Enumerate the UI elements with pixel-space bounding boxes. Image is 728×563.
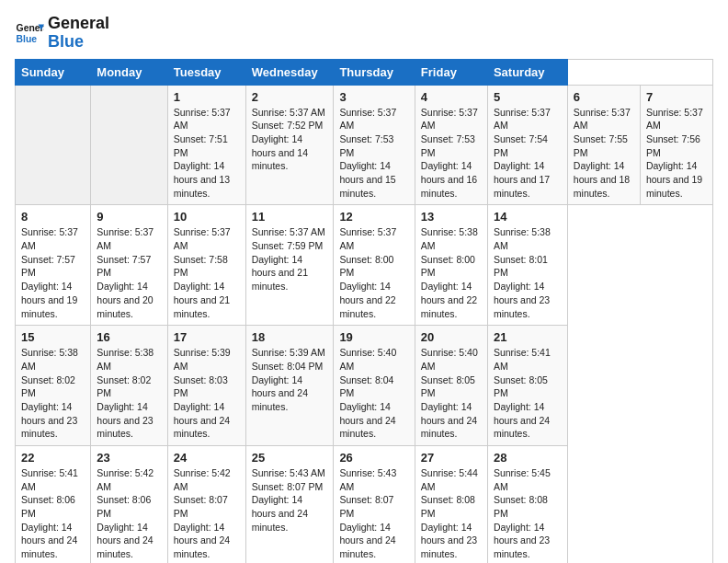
day-number: 17 bbox=[174, 330, 240, 344]
header-thursday: Thursday bbox=[334, 59, 415, 85]
day-info: Sunrise: 5:37 AMSunset: 7:58 PMDaylight:… bbox=[174, 225, 240, 320]
calendar-cell: 28Sunrise: 5:45 AMSunset: 8:08 PMDayligh… bbox=[487, 446, 567, 563]
day-number: 9 bbox=[97, 210, 161, 224]
day-number: 12 bbox=[339, 210, 408, 224]
calendar-cell: 24Sunrise: 5:42 AMSunset: 8:07 PMDayligh… bbox=[167, 446, 245, 563]
calendar-cell: 20Sunrise: 5:40 AMSunset: 8:05 PMDayligh… bbox=[415, 326, 487, 446]
day-number: 7 bbox=[646, 90, 707, 104]
header-sunday: Sunday bbox=[16, 59, 91, 85]
day-number: 26 bbox=[339, 451, 408, 465]
day-info: Sunrise: 5:37 AMSunset: 7:55 PMDaylight:… bbox=[574, 106, 634, 201]
day-info: Sunrise: 5:38 AMSunset: 8:02 PMDaylight:… bbox=[21, 346, 85, 441]
calendar-cell: 7Sunrise: 5:37 AMSunset: 7:56 PMDaylight… bbox=[640, 85, 712, 205]
calendar-cell: 21Sunrise: 5:41 AMSunset: 8:05 PMDayligh… bbox=[487, 326, 567, 446]
day-info: Sunrise: 5:37 AMSunset: 7:53 PMDaylight:… bbox=[339, 106, 408, 201]
calendar-cell: 18Sunrise: 5:39 AMSunset: 8:04 PMDayligh… bbox=[245, 326, 334, 446]
week-row-2: 8Sunrise: 5:37 AMSunset: 7:57 PMDaylight… bbox=[16, 205, 713, 326]
calendar-cell: 17Sunrise: 5:39 AMSunset: 8:03 PMDayligh… bbox=[167, 326, 245, 446]
day-info: Sunrise: 5:37 AMSunset: 7:59 PMDaylight:… bbox=[252, 225, 328, 293]
day-info: Sunrise: 5:38 AMSunset: 8:01 PMDaylight:… bbox=[494, 225, 562, 320]
svg-text:Blue: Blue bbox=[17, 33, 38, 43]
week-row-1: 1Sunrise: 5:37 AMSunset: 7:51 PMDaylight… bbox=[16, 85, 713, 205]
logo-icon: General Blue bbox=[15, 18, 44, 48]
calendar-cell: 15Sunrise: 5:38 AMSunset: 8:02 PMDayligh… bbox=[16, 326, 91, 446]
day-info: Sunrise: 5:37 AMSunset: 7:53 PMDaylight:… bbox=[421, 106, 482, 201]
logo: General Blue GeneralBlue bbox=[15, 15, 109, 52]
day-number: 10 bbox=[174, 210, 240, 224]
calendar-cell: 22Sunrise: 5:41 AMSunset: 8:06 PMDayligh… bbox=[16, 446, 91, 563]
day-info: Sunrise: 5:37 AMSunset: 7:57 PMDaylight:… bbox=[97, 225, 161, 320]
day-number: 14 bbox=[494, 210, 562, 224]
day-number: 5 bbox=[494, 90, 562, 104]
day-info: Sunrise: 5:37 AMSunset: 7:52 PMDaylight:… bbox=[252, 106, 328, 173]
day-info: Sunrise: 5:37 AMSunset: 8:00 PMDaylight:… bbox=[339, 225, 408, 320]
day-info: Sunrise: 5:37 AMSunset: 7:51 PMDaylight:… bbox=[174, 106, 240, 201]
day-number: 18 bbox=[252, 330, 328, 344]
day-number: 22 bbox=[21, 451, 85, 465]
calendar-cell: 6Sunrise: 5:37 AMSunset: 7:55 PMDaylight… bbox=[567, 85, 640, 205]
day-info: Sunrise: 5:45 AMSunset: 8:08 PMDaylight:… bbox=[494, 466, 562, 561]
day-info: Sunrise: 5:38 AMSunset: 8:00 PMDaylight:… bbox=[421, 225, 482, 320]
day-info: Sunrise: 5:41 AMSunset: 8:05 PMDaylight:… bbox=[494, 346, 562, 441]
day-number: 27 bbox=[421, 451, 482, 465]
calendar-cell: 26Sunrise: 5:43 AMSunset: 8:07 PMDayligh… bbox=[334, 446, 415, 563]
page-header: General Blue GeneralBlue bbox=[15, 15, 713, 52]
day-number: 3 bbox=[339, 90, 408, 104]
calendar-cell: 19Sunrise: 5:40 AMSunset: 8:04 PMDayligh… bbox=[334, 326, 415, 446]
day-info: Sunrise: 5:43 AMSunset: 8:07 PMDaylight:… bbox=[339, 466, 408, 561]
calendar-cell: 8Sunrise: 5:37 AMSunset: 7:57 PMDaylight… bbox=[16, 205, 91, 326]
day-number: 11 bbox=[252, 210, 328, 224]
header-friday: Friday bbox=[415, 59, 487, 85]
week-row-4: 22Sunrise: 5:41 AMSunset: 8:06 PMDayligh… bbox=[16, 446, 713, 563]
day-info: Sunrise: 5:39 AMSunset: 8:03 PMDaylight:… bbox=[174, 346, 240, 441]
day-number: 13 bbox=[421, 210, 482, 224]
day-info: Sunrise: 5:43 AMSunset: 8:07 PMDaylight:… bbox=[252, 466, 328, 534]
day-info: Sunrise: 5:37 AMSunset: 7:57 PMDaylight:… bbox=[21, 225, 85, 320]
day-number: 6 bbox=[574, 90, 634, 104]
day-info: Sunrise: 5:40 AMSunset: 8:04 PMDaylight:… bbox=[339, 346, 408, 441]
calendar-cell: 25Sunrise: 5:43 AMSunset: 8:07 PMDayligh… bbox=[245, 446, 334, 563]
calendar-cell: 12Sunrise: 5:37 AMSunset: 8:00 PMDayligh… bbox=[334, 205, 415, 326]
calendar-cell: 4Sunrise: 5:37 AMSunset: 7:53 PMDaylight… bbox=[415, 85, 487, 205]
calendar-cell: 16Sunrise: 5:38 AMSunset: 8:02 PMDayligh… bbox=[91, 326, 167, 446]
day-info: Sunrise: 5:39 AMSunset: 8:04 PMDaylight:… bbox=[252, 346, 328, 413]
calendar-cell bbox=[16, 85, 91, 205]
day-number: 4 bbox=[421, 90, 482, 104]
calendar-cell: 11Sunrise: 5:37 AMSunset: 7:59 PMDayligh… bbox=[245, 205, 334, 326]
header-saturday: Saturday bbox=[487, 59, 567, 85]
day-info: Sunrise: 5:44 AMSunset: 8:08 PMDaylight:… bbox=[421, 466, 482, 561]
day-number: 8 bbox=[21, 210, 85, 224]
calendar-cell: 3Sunrise: 5:37 AMSunset: 7:53 PMDaylight… bbox=[334, 85, 415, 205]
calendar-cell: 5Sunrise: 5:37 AMSunset: 7:54 PMDaylight… bbox=[487, 85, 567, 205]
day-number: 21 bbox=[494, 330, 562, 344]
calendar-cell: 10Sunrise: 5:37 AMSunset: 7:58 PMDayligh… bbox=[167, 205, 245, 326]
day-info: Sunrise: 5:41 AMSunset: 8:06 PMDaylight:… bbox=[21, 466, 85, 561]
header-monday: Monday bbox=[91, 59, 167, 85]
calendar-cell: 13Sunrise: 5:38 AMSunset: 8:00 PMDayligh… bbox=[415, 205, 487, 326]
day-number: 1 bbox=[174, 90, 240, 104]
day-info: Sunrise: 5:42 AMSunset: 8:07 PMDaylight:… bbox=[174, 466, 240, 561]
calendar-cell: 14Sunrise: 5:38 AMSunset: 8:01 PMDayligh… bbox=[487, 205, 567, 326]
calendar-cell: 2Sunrise: 5:37 AMSunset: 7:52 PMDaylight… bbox=[245, 85, 334, 205]
day-number: 15 bbox=[21, 330, 85, 344]
week-row-3: 15Sunrise: 5:38 AMSunset: 8:02 PMDayligh… bbox=[16, 326, 713, 446]
calendar-cell: 23Sunrise: 5:42 AMSunset: 8:06 PMDayligh… bbox=[91, 446, 167, 563]
header-row: SundayMondayTuesdayWednesdayThursdayFrid… bbox=[16, 59, 713, 85]
header-wednesday: Wednesday bbox=[245, 59, 334, 85]
header-tuesday: Tuesday bbox=[167, 59, 245, 85]
calendar-table: SundayMondayTuesdayWednesdayThursdayFrid… bbox=[15, 59, 713, 563]
day-number: 25 bbox=[252, 451, 328, 465]
day-number: 28 bbox=[494, 451, 562, 465]
calendar-cell: 9Sunrise: 5:37 AMSunset: 7:57 PMDaylight… bbox=[91, 205, 167, 326]
day-number: 19 bbox=[339, 330, 408, 344]
day-number: 2 bbox=[252, 90, 328, 104]
day-info: Sunrise: 5:37 AMSunset: 7:54 PMDaylight:… bbox=[494, 106, 562, 201]
day-info: Sunrise: 5:38 AMSunset: 8:02 PMDaylight:… bbox=[97, 346, 161, 441]
calendar-cell bbox=[91, 85, 167, 205]
day-number: 23 bbox=[97, 451, 161, 465]
day-number: 20 bbox=[421, 330, 482, 344]
day-info: Sunrise: 5:40 AMSunset: 8:05 PMDaylight:… bbox=[421, 346, 482, 441]
calendar-cell: 27Sunrise: 5:44 AMSunset: 8:08 PMDayligh… bbox=[415, 446, 487, 563]
day-info: Sunrise: 5:37 AMSunset: 7:56 PMDaylight:… bbox=[646, 106, 707, 201]
calendar-cell: 1Sunrise: 5:37 AMSunset: 7:51 PMDaylight… bbox=[167, 85, 245, 205]
